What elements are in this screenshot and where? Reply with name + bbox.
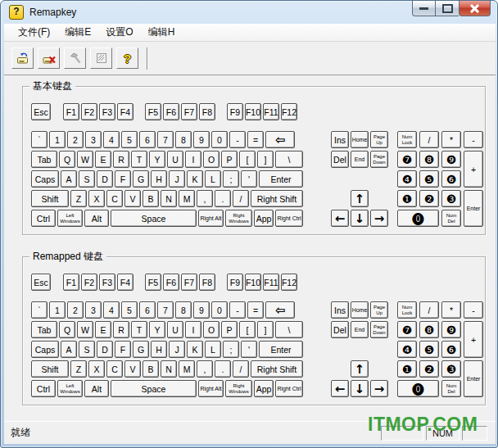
key-f5[interactable]: F5	[145, 103, 161, 120]
key-backslash[interactable]: \	[275, 321, 303, 338]
help-button[interactable]: ?	[116, 48, 138, 69]
key-num-4[interactable]: ❹	[397, 341, 417, 358]
key-right-windows[interactable]: Right Windows	[225, 380, 252, 397]
key-c[interactable]: C	[106, 190, 123, 207]
key-2[interactable]: 2	[67, 301, 84, 319]
key-end[interactable]: End	[351, 321, 369, 338]
key-right-shift[interactable]: Right Shift	[251, 360, 303, 378]
key-e[interactable]: E	[95, 151, 111, 168]
key-f8[interactable]: F8	[199, 103, 215, 120]
menu-file[interactable]: 文件(F)	[11, 24, 57, 41]
key-right-shift[interactable]: Right Shift	[251, 190, 303, 207]
key-b[interactable]: B	[143, 190, 159, 207]
key-page-up[interactable]: Page Up	[370, 131, 388, 148]
maximize-button[interactable]	[436, 1, 459, 16]
key-h[interactable]: H	[151, 170, 167, 188]
key-4[interactable]: 4	[103, 301, 120, 319]
key-num-3[interactable]: ❸	[441, 190, 461, 207]
key-right-windows[interactable]: Right Windows	[225, 210, 252, 227]
key-num-6[interactable]: ❻	[441, 170, 461, 188]
key-num-star[interactable]: *	[441, 131, 461, 148]
key-f4[interactable]: F4	[117, 274, 134, 291]
key-n[interactable]: N	[161, 190, 177, 207]
key-arrow-up[interactable]: ↑	[351, 190, 369, 207]
key-enter[interactable]: Enter	[259, 341, 303, 358]
key-i[interactable]: I	[185, 151, 201, 168]
key-0[interactable]: 0	[211, 301, 228, 319]
key-f2[interactable]: F2	[81, 103, 97, 120]
key-caps[interactable]: Caps	[31, 341, 59, 358]
open-remap-button[interactable]	[11, 48, 34, 69]
key-t[interactable]: T	[131, 321, 147, 338]
key-f10[interactable]: F10	[245, 274, 261, 291]
key-o[interactable]: O	[203, 151, 220, 168]
key-w[interactable]: W	[77, 321, 93, 338]
key-7[interactable]: 7	[157, 131, 174, 148]
key-i[interactable]: I	[185, 321, 201, 338]
key-num-4[interactable]: ❹	[397, 170, 417, 188]
key-num-2[interactable]: ❷	[419, 190, 439, 207]
key-num-9[interactable]: ❾	[441, 151, 461, 168]
key-num-6[interactable]: ❻	[441, 341, 461, 358]
key-p[interactable]: P	[221, 151, 238, 168]
key-v[interactable]: V	[124, 190, 141, 207]
key-num-del[interactable]: Num Del	[441, 380, 461, 397]
key-num-5[interactable]: ❺	[419, 341, 439, 358]
key-arrow-right[interactable]: →	[370, 380, 388, 397]
key-5[interactable]: 5	[121, 301, 138, 319]
key-6[interactable]: 6	[139, 301, 156, 319]
key-app[interactable]: App	[254, 210, 274, 227]
key-num-2[interactable]: ❷	[419, 360, 439, 378]
key-p[interactable]: P	[221, 321, 238, 338]
key-equals[interactable]: =	[247, 301, 264, 319]
key-num-5[interactable]: ❺	[419, 170, 439, 188]
key-c[interactable]: C	[106, 360, 123, 378]
key-slash[interactable]: /	[233, 360, 249, 378]
key-g[interactable]: G	[133, 341, 149, 358]
key-num-plus[interactable]: +	[464, 321, 483, 358]
key-num-1[interactable]: ❶	[397, 190, 417, 207]
key-num-slash[interactable]: /	[419, 301, 439, 319]
key-tab[interactable]: Tab	[31, 321, 57, 338]
key-f11[interactable]: F11	[263, 103, 279, 120]
key-s[interactable]: S	[79, 341, 95, 358]
key-ctrl[interactable]: Ctrl	[31, 380, 56, 397]
key-esc[interactable]: Esc	[31, 274, 51, 291]
key-minus[interactable]: -	[229, 301, 246, 319]
key-num-8[interactable]: ❽	[419, 151, 439, 168]
key-ctrl[interactable]: Ctrl	[31, 210, 56, 227]
key-tab[interactable]: Tab	[31, 151, 57, 168]
key-ins[interactable]: Ins	[331, 131, 349, 148]
clear-remap-button[interactable]	[38, 48, 60, 69]
key-num-enter[interactable]: Enter	[464, 360, 483, 397]
key-u[interactable]: U	[167, 151, 183, 168]
key-num-lock[interactable]: Num Lock	[397, 301, 417, 319]
key-z[interactable]: Z	[70, 190, 87, 207]
key-arrow-down[interactable]: ↓	[351, 380, 369, 397]
key-num-minus[interactable]: -	[464, 301, 483, 319]
key-space[interactable]: Space	[111, 380, 197, 397]
key-1[interactable]: 1	[49, 131, 66, 148]
key-comma[interactable]: ,	[197, 360, 213, 378]
key-f1[interactable]: F1	[63, 103, 79, 120]
key-right-alt[interactable]: Right Alt	[198, 210, 224, 227]
key-apostrophe[interactable]: '	[241, 170, 257, 188]
key-t[interactable]: T	[131, 151, 147, 168]
key-q[interactable]: Q	[59, 151, 75, 168]
key-comma[interactable]: ,	[197, 190, 213, 207]
key-backtick[interactable]: `	[31, 301, 48, 319]
key-period[interactable]: .	[215, 360, 231, 378]
key-num-minus[interactable]: -	[464, 131, 483, 148]
key-n[interactable]: N	[161, 360, 177, 378]
key-b[interactable]: B	[143, 360, 159, 378]
key-0[interactable]: 0	[211, 131, 228, 148]
key-e[interactable]: E	[95, 321, 111, 338]
key-bracket-left[interactable]: [	[239, 151, 256, 168]
key-w[interactable]: W	[77, 151, 93, 168]
key-r[interactable]: R	[113, 151, 129, 168]
key-home[interactable]: Home	[351, 131, 369, 148]
key-del[interactable]: Del	[331, 151, 349, 168]
key-m[interactable]: M	[179, 360, 195, 378]
key-f2[interactable]: F2	[81, 274, 97, 291]
key-6[interactable]: 6	[139, 131, 156, 148]
